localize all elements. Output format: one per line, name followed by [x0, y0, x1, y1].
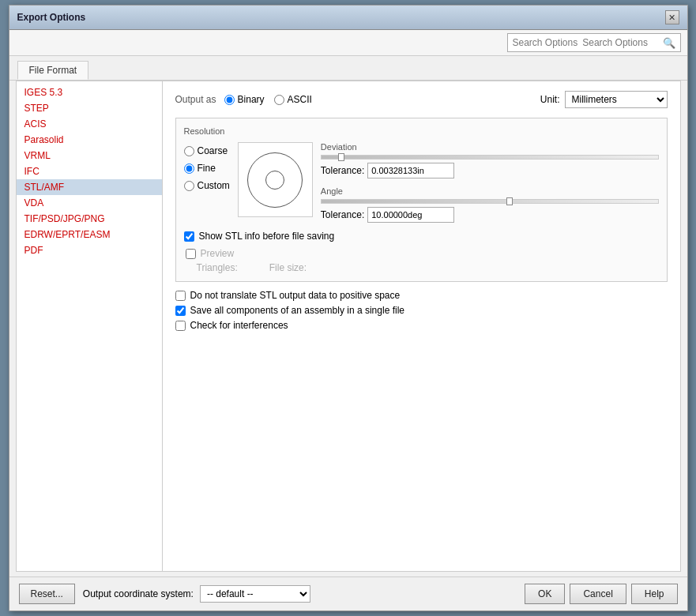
preview-label: Preview: [201, 248, 235, 259]
unit-label: Unit:: [540, 94, 560, 105]
angle-label: Angle: [321, 186, 659, 196]
search-box: Search Options 🔍: [507, 33, 681, 52]
left-panel: IGES 5.3 STEP ACIS Parasolid VRML IFC ST…: [17, 81, 163, 571]
custom-radio-label[interactable]: Custom: [184, 180, 230, 191]
search-input[interactable]: [582, 37, 662, 48]
footer-buttons: OK Cancel Help: [525, 584, 677, 604]
dialog-title: Export Options: [17, 12, 86, 23]
coord-select[interactable]: -- default --: [200, 585, 310, 603]
cancel-button[interactable]: Cancel: [570, 584, 626, 604]
show-stl-label: Show STL info before file saving: [199, 231, 335, 242]
ok-button[interactable]: OK: [525, 584, 565, 604]
list-item-vrml[interactable]: VRML: [17, 148, 162, 163]
triangles-label: Triangles:: [197, 262, 238, 273]
title-bar: Export Options ✕: [9, 6, 687, 30]
coord-label: Output coordinate system:: [83, 588, 194, 599]
binary-label: Binary: [238, 94, 265, 105]
deviation-angle-section: Deviation Tolerance: Angle: [321, 142, 659, 223]
help-button[interactable]: Help: [631, 584, 678, 604]
list-item-iges[interactable]: IGES 5.3: [17, 85, 162, 100]
right-panel: Output as Binary ASCII Unit: Millimeters…: [163, 81, 680, 571]
tab-file-format[interactable]: File Format: [17, 61, 89, 80]
custom-radio[interactable]: [184, 181, 194, 191]
footer: Reset... Output coordinate system: -- de…: [9, 577, 687, 610]
ascii-radio[interactable]: [274, 95, 284, 105]
unit-group: Unit: Millimeters Inches Meters Centimet…: [540, 91, 668, 108]
save-all-components-row: Save all components of an assembly in a …: [175, 305, 668, 316]
list-item-ifc[interactable]: IFC: [17, 163, 162, 179]
reset-button[interactable]: Reset...: [19, 584, 75, 604]
fine-radio[interactable]: [184, 163, 194, 174]
do-not-translate-checkbox[interactable]: [175, 291, 186, 301]
resolution-options: Coarse Fine Custom: [184, 142, 230, 223]
deviation-label: Deviation: [321, 142, 659, 152]
deviation-slider-track[interactable]: [321, 155, 659, 160]
list-item-parasolid[interactable]: Parasolid: [17, 132, 162, 148]
check-interferences-row: Check for interferences: [175, 320, 668, 331]
show-stl-checkbox[interactable]: [184, 231, 194, 242]
coarse-label: Coarse: [198, 145, 228, 156]
coarse-radio-label[interactable]: Coarse: [184, 145, 230, 156]
list-item-edrw[interactable]: EDRW/EPRT/EASM: [17, 227, 162, 242]
stl-options: Show STL info before file saving Preview…: [184, 231, 659, 273]
close-button[interactable]: ✕: [665, 10, 679, 24]
fine-label: Fine: [198, 163, 216, 174]
preview-outer-circle: [247, 152, 303, 208]
deviation-tolerance-row: Tolerance:: [321, 163, 659, 178]
angle-tolerance-label: Tolerance:: [321, 209, 364, 220]
coarse-radio[interactable]: [184, 146, 194, 156]
save-all-components-checkbox[interactable]: [175, 306, 186, 316]
resolution-label: Resolution: [184, 126, 659, 136]
main-content: IGES 5.3 STEP ACIS Parasolid VRML IFC ST…: [16, 81, 681, 572]
deviation-section: Deviation Tolerance:: [321, 142, 659, 178]
output-as-section: Output as Binary ASCII Unit: Millimeters…: [175, 91, 668, 108]
angle-section: Angle Tolerance:: [321, 186, 659, 223]
do-not-translate-row: Do not translate STL output data to posi…: [175, 290, 668, 301]
deviation-slider-thumb[interactable]: [338, 153, 344, 161]
check-interferences-label: Check for interferences: [190, 320, 288, 331]
triangles-filesize-row: Triangles: File size:: [197, 262, 659, 273]
binary-radio[interactable]: [224, 95, 235, 105]
do-not-translate-label: Do not translate STL output data to posi…: [190, 290, 401, 301]
custom-label: Custom: [198, 180, 230, 191]
check-interferences-checkbox[interactable]: [175, 321, 186, 331]
ascii-label: ASCII: [288, 94, 312, 105]
show-stl-row: Show STL info before file saving: [184, 231, 659, 242]
deviation-tolerance-input[interactable]: [367, 163, 454, 178]
list-item-step[interactable]: STEP: [17, 100, 162, 116]
preview-row: Preview: [186, 248, 659, 259]
list-item-pdf[interactable]: PDF: [17, 242, 162, 258]
angle-tolerance-input[interactable]: [367, 207, 454, 223]
resolution-section: Resolution Coarse Fine: [175, 118, 668, 282]
list-item-tif[interactable]: TIF/PSD/JPG/PNG: [17, 211, 162, 227]
angle-slider-thumb[interactable]: [506, 197, 513, 205]
binary-radio-label[interactable]: Binary: [224, 94, 265, 105]
angle-slider-track[interactable]: [321, 199, 659, 204]
save-all-components-label: Save all components of an assembly in a …: [190, 305, 404, 316]
output-as-label: Output as: [175, 94, 216, 105]
preview-checkbox[interactable]: [186, 249, 196, 259]
coord-row: Output coordinate system: -- default --: [83, 585, 310, 603]
search-icon: 🔍: [663, 37, 675, 49]
ascii-radio-label[interactable]: ASCII: [274, 94, 312, 105]
preview-inner-circle: [265, 171, 284, 190]
unit-select[interactable]: Millimeters Inches Meters Centimeters: [565, 91, 668, 108]
toolbar: Search Options 🔍: [9, 30, 687, 56]
resolution-content: Coarse Fine Custom: [184, 142, 659, 223]
resolution-preview: [238, 142, 313, 217]
angle-tolerance-row: Tolerance:: [321, 207, 659, 223]
tabs-bar: File Format: [9, 56, 687, 81]
list-item-acis[interactable]: ACIS: [17, 116, 162, 132]
list-item-vda[interactable]: VDA: [17, 195, 162, 211]
footer-left: Reset... Output coordinate system: -- de…: [19, 584, 310, 604]
deviation-tolerance-label: Tolerance:: [321, 165, 364, 176]
fine-radio-label[interactable]: Fine: [184, 163, 230, 174]
list-item-stl[interactable]: STL/AMF: [17, 179, 162, 195]
export-options-dialog: Export Options ✕ Search Options 🔍 File F…: [9, 5, 688, 611]
search-text-label: Search Options: [513, 37, 578, 48]
bottom-checkboxes: Do not translate STL output data to posi…: [175, 290, 668, 331]
file-size-label: File size:: [269, 262, 307, 273]
